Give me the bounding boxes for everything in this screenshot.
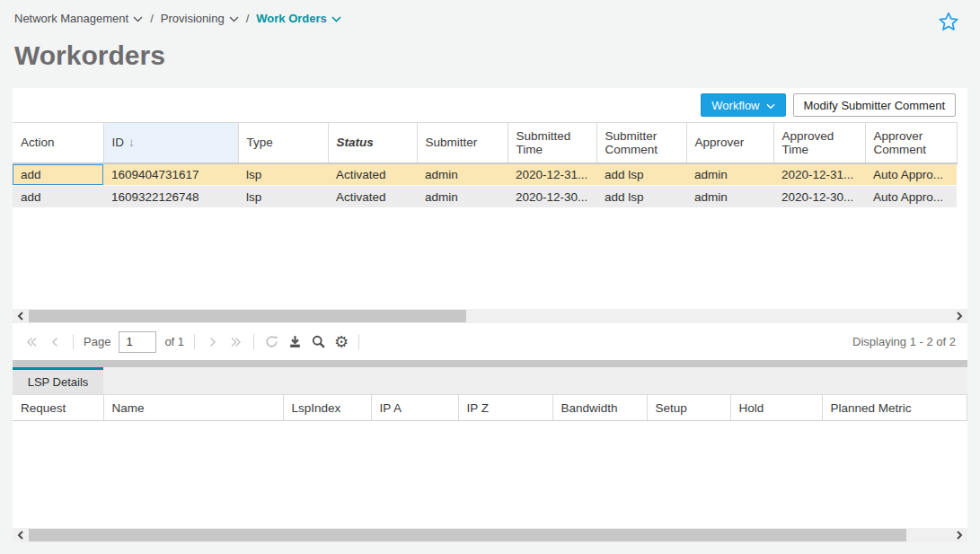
toolbar-separator — [253, 334, 254, 349]
tab-lsp-details[interactable]: LSP Details — [13, 367, 103, 394]
lsp-details-hscrollbar[interactable] — [13, 528, 967, 542]
column-header-planned-metric[interactable]: Planned Metric — [822, 395, 967, 421]
top-bar: Network Management / Provisioning / Work… — [0, 0, 980, 31]
favorite-star-icon[interactable] — [939, 12, 958, 31]
cell-submitter: admin — [417, 186, 508, 208]
column-header-approved-time[interactable]: Approved Time — [773, 123, 865, 163]
column-header-id[interactable]: ID↓ — [103, 123, 238, 163]
scroll-right-icon[interactable] — [951, 528, 967, 542]
cell-approver: admin — [686, 163, 773, 186]
breadcrumb-label: Provisioning — [161, 12, 225, 25]
prev-page-icon[interactable] — [48, 335, 63, 349]
column-header-lspindex[interactable]: LspIndex — [283, 395, 371, 421]
pagination-toolbar: Page of 1 ⚙ Displaying 1 - 2 of 2 — [13, 323, 967, 360]
breadcrumb: Network Management / Provisioning / Work… — [14, 12, 341, 25]
scroll-left-icon[interactable] — [13, 528, 29, 542]
gear-icon[interactable]: ⚙ — [334, 335, 349, 349]
cell-submitter-comment: add lsp — [596, 163, 686, 186]
cell-approver-comment: Auto Appro... — [865, 186, 957, 208]
column-header-status[interactable]: Status — [328, 123, 417, 163]
first-page-icon[interactable] — [24, 335, 40, 349]
download-icon[interactable] — [287, 334, 303, 349]
header-row: Request Name LspIndex IP A IP Z Bandwidt… — [13, 395, 967, 421]
breadcrumb-item-network-management[interactable]: Network Management — [14, 12, 143, 25]
cell-id: 1609404731617 — [103, 163, 238, 186]
column-header-ip-z[interactable]: IP Z — [458, 395, 552, 421]
breadcrumb-separator: / — [246, 12, 250, 25]
column-header-submitter[interactable]: Submitter — [417, 123, 508, 163]
cell-approver-comment: Auto Appro... — [865, 163, 957, 186]
detail-panel-divider — [13, 360, 967, 367]
cell-action: add — [13, 186, 103, 208]
breadcrumb-item-provisioning[interactable]: Provisioning — [161, 12, 239, 25]
cell-type: lsp — [238, 163, 328, 186]
scrollbar-thumb[interactable] — [29, 310, 466, 322]
workorder-row[interactable]: add 1609322126748 lsp Activated admin 20… — [13, 186, 957, 208]
chevron-down-icon — [331, 12, 341, 25]
sort-desc-icon: ↓ — [128, 136, 135, 149]
cell-status: Activated — [328, 186, 417, 208]
last-page-icon[interactable] — [228, 335, 243, 349]
cell-approver: admin — [686, 186, 773, 208]
toolbar-separator — [358, 334, 359, 349]
scroll-left-icon[interactable] — [13, 309, 29, 323]
workorders-hscrollbar[interactable] — [13, 309, 967, 323]
column-header-approver[interactable]: Approver — [686, 123, 773, 163]
workorder-row-selected[interactable]: add 1609404731617 lsp Activated admin 20… — [13, 163, 957, 186]
scrollbar-track[interactable] — [29, 528, 951, 542]
breadcrumb-label: Network Management — [14, 12, 128, 25]
breadcrumb-label: Work Orders — [256, 12, 327, 25]
workflow-button-label: Workflow — [711, 99, 759, 112]
cell-id: 1609322126748 — [103, 186, 238, 208]
column-header-action[interactable]: Action — [13, 123, 103, 163]
actions-toolbar: Workflow Modify Submitter Comment — [13, 88, 967, 122]
modify-submitter-comment-label: Modify Submitter Comment — [804, 99, 946, 112]
chevron-down-icon — [133, 12, 143, 25]
cell-approved-time: 2020-12-30... — [773, 186, 865, 208]
next-page-icon[interactable] — [205, 335, 220, 349]
column-header-name[interactable]: Name — [103, 395, 283, 421]
cell-approved-time: 2020-12-31... — [773, 163, 865, 186]
refresh-icon[interactable] — [264, 334, 279, 349]
breadcrumb-item-work-orders[interactable]: Work Orders — [256, 12, 341, 25]
scrollbar-thumb[interactable] — [29, 529, 906, 541]
page-label: Page — [84, 335, 110, 348]
modify-submitter-comment-button[interactable]: Modify Submitter Comment — [793, 93, 957, 117]
cell-submitter-comment: add lsp — [596, 186, 686, 208]
lsp-details-table: Request Name LspIndex IP A IP Z Bandwidt… — [13, 394, 967, 421]
breadcrumb-separator: / — [150, 12, 154, 25]
workorders-panel: Workflow Modify Submitter Comment Action… — [13, 88, 967, 542]
column-header-hold[interactable]: Hold — [730, 395, 822, 421]
column-header-submitted-time[interactable]: Submitted Time — [508, 123, 596, 163]
cell-type: lsp — [238, 186, 328, 208]
header-row: Action ID↓ Type Status Submitter Submitt… — [13, 123, 957, 163]
page-title: Workorders — [14, 40, 966, 72]
scrollbar-track[interactable] — [29, 309, 951, 323]
column-header-approver-comment[interactable]: Approver Comment — [865, 123, 957, 163]
cell-submitted-time: 2020-12-30... — [508, 186, 596, 208]
column-header-setup[interactable]: Setup — [647, 395, 730, 421]
displaying-count: Displaying 1 - 2 of 2 — [852, 335, 956, 348]
scroll-right-icon[interactable] — [951, 309, 967, 323]
page-input[interactable] — [119, 331, 156, 353]
column-header-type[interactable]: Type — [238, 123, 328, 163]
cell-action[interactable]: add — [13, 163, 103, 186]
cell-submitter: admin — [417, 163, 508, 186]
column-header-request[interactable]: Request — [13, 395, 103, 421]
cell-submitted-time: 2020-12-31... — [508, 163, 596, 186]
detail-tabs: LSP Details — [13, 367, 967, 394]
workorders-table: Action ID↓ Type Status Submitter Submitt… — [13, 122, 958, 208]
page-count-label: of 1 — [164, 335, 184, 348]
lsp-details-empty-area — [13, 421, 967, 528]
column-header-bandwidth[interactable]: Bandwidth — [552, 395, 647, 421]
cell-status: Activated — [328, 163, 417, 186]
column-header-ip-a[interactable]: IP A — [371, 395, 458, 421]
search-icon[interactable] — [311, 334, 326, 349]
workflow-button[interactable]: Workflow — [701, 93, 785, 117]
column-header-submitter-comment[interactable]: Submitter Comment — [596, 123, 686, 163]
tab-lsp-details-label: LSP Details — [28, 375, 89, 389]
chevron-down-icon — [229, 12, 239, 25]
toolbar-separator — [73, 334, 74, 349]
chevron-down-icon — [766, 99, 775, 112]
workorders-table-empty-area — [13, 208, 967, 309]
